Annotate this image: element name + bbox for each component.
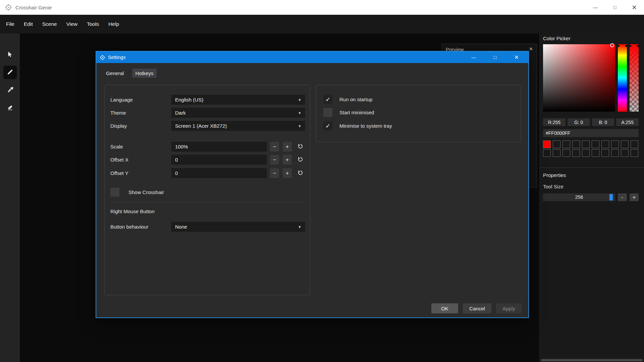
hue-slider[interactable] xyxy=(618,44,627,112)
offset-y-decrease-button[interactable]: − xyxy=(270,168,279,178)
menu-file[interactable]: File xyxy=(1,15,19,34)
color-swatch[interactable] xyxy=(572,140,580,148)
start-minimised-checkbox[interactable] xyxy=(323,108,332,117)
color-swatch[interactable] xyxy=(631,149,638,157)
scale-input[interactable] xyxy=(171,142,267,152)
red-value: R:255 xyxy=(543,118,566,126)
sidebar: Color Picker R:255 G: 0 B: 0 A:255 #FF00… xyxy=(539,34,644,362)
settings-dialog-icon xyxy=(100,55,105,60)
color-swatch[interactable] xyxy=(553,140,560,148)
chevron-down-icon: ▼ xyxy=(298,98,302,102)
color-swatch[interactable] xyxy=(553,149,560,157)
color-swatch[interactable] xyxy=(582,149,590,157)
apply-button[interactable]: Apply xyxy=(496,303,522,313)
tool-size-label: Tool Size xyxy=(543,184,564,189)
window-close-button[interactable]: × xyxy=(625,0,644,15)
color-swatch[interactable] xyxy=(543,149,551,157)
tab-hotkeys[interactable]: Hotkeys xyxy=(132,69,156,78)
offset-x-reset-button[interactable] xyxy=(296,155,305,165)
rgba-values: R:255 G: 0 B: 0 A:255 xyxy=(543,118,639,126)
color-swatch[interactable] xyxy=(631,140,638,148)
language-dropdown[interactable]: English (US) ▼ xyxy=(171,95,305,105)
tool-size-slider[interactable]: 256 xyxy=(543,193,615,201)
cancel-button[interactable]: Cancel xyxy=(463,303,491,313)
scale-label: Scale xyxy=(110,142,123,152)
dialog-minimize-button[interactable]: — xyxy=(464,52,483,63)
offset-y-input[interactable] xyxy=(171,168,267,178)
run-on-startup-checkbox[interactable]: ✓ xyxy=(323,95,332,104)
alpha-marker-left-icon xyxy=(630,45,632,47)
color-swatch[interactable] xyxy=(611,149,619,157)
tab-general[interactable]: General xyxy=(103,69,127,78)
color-swatch[interactable] xyxy=(611,140,619,148)
tool-palette xyxy=(0,34,20,362)
color-swatch[interactable] xyxy=(592,140,599,148)
run-on-startup-row[interactable]: ✓ Run on startup xyxy=(323,95,372,104)
show-crosshair-checkbox[interactable] xyxy=(110,188,119,197)
chevron-down-icon: ▼ xyxy=(298,111,302,115)
color-swatch[interactable] xyxy=(601,140,609,148)
blue-value: B: 0 xyxy=(592,118,614,126)
eyedropper-tool-button[interactable] xyxy=(3,83,17,97)
hue-marker-right-icon xyxy=(625,45,627,47)
chevron-down-icon: ▼ xyxy=(298,225,302,229)
offset-x-decrease-button[interactable]: − xyxy=(270,155,279,165)
display-dropdown[interactable]: Screen 1 (Acer XB272) ▼ xyxy=(171,121,305,131)
theme-dropdown[interactable]: Dark ▼ xyxy=(171,108,305,118)
menu-scene[interactable]: Scene xyxy=(38,15,62,34)
window-maximize-button[interactable]: □ xyxy=(605,0,625,15)
reset-icon xyxy=(297,143,304,150)
eraser-icon xyxy=(6,104,14,112)
tool-size-decrease-button[interactable]: - xyxy=(618,193,627,201)
color-swatch[interactable] xyxy=(572,149,580,157)
scale-reset-button[interactable] xyxy=(296,142,305,152)
tool-size-increase-button[interactable]: + xyxy=(630,193,639,201)
color-swatch[interactable] xyxy=(562,149,570,157)
display-value: Screen 1 (Acer XB272) xyxy=(175,123,227,129)
offset-x-increase-button[interactable]: + xyxy=(283,155,292,165)
menu-help[interactable]: Help xyxy=(104,15,124,34)
ok-button[interactable]: OK xyxy=(431,303,458,313)
saturation-value-square[interactable] xyxy=(543,44,615,112)
window-minimize-button[interactable]: — xyxy=(586,0,605,15)
color-swatch[interactable] xyxy=(592,149,599,157)
alpha-value: A:255 xyxy=(616,118,639,126)
offset-y-increase-button[interactable]: + xyxy=(283,168,292,178)
color-swatch[interactable] xyxy=(543,140,551,148)
dialog-close-button[interactable]: × xyxy=(507,52,526,63)
alpha-slider[interactable] xyxy=(630,44,639,112)
show-crosshair-row[interactable]: Show Crosshair xyxy=(110,188,164,197)
tool-size-slider-handle[interactable] xyxy=(609,194,613,200)
color-swatch[interactable] xyxy=(621,140,629,148)
menubar: File Edit Scene View Tools Help xyxy=(0,15,644,34)
color-swatch[interactable] xyxy=(621,149,629,157)
minimise-to-tray-checkbox[interactable]: ✓ xyxy=(323,121,332,130)
button-behaviour-dropdown[interactable]: None ▼ xyxy=(171,222,305,232)
horizontal-scrollbar[interactable] xyxy=(541,359,643,361)
settings-dialog-title: Settings xyxy=(108,55,125,60)
hex-color-field[interactable]: #FF0000FF xyxy=(543,129,639,137)
offset-x-input[interactable] xyxy=(171,155,267,165)
eraser-tool-button[interactable] xyxy=(3,101,17,115)
minimise-to-tray-row[interactable]: ✓ Minimise to system tray xyxy=(323,121,392,130)
pencil-tool-button[interactable] xyxy=(3,66,17,79)
display-label: Display xyxy=(110,121,127,131)
menu-edit[interactable]: Edit xyxy=(19,15,38,34)
sv-cursor-icon[interactable] xyxy=(610,43,614,47)
sidebar-divider xyxy=(540,168,644,168)
offset-y-reset-button[interactable] xyxy=(296,168,305,178)
start-minimised-row[interactable]: Start minimised xyxy=(323,108,374,117)
select-tool-button[interactable] xyxy=(3,48,17,61)
color-swatch[interactable] xyxy=(562,140,570,148)
form-divider xyxy=(110,202,304,202)
scale-increase-button[interactable]: + xyxy=(283,142,292,152)
scale-decrease-button[interactable]: − xyxy=(270,142,279,152)
dialog-maximize-button[interactable]: □ xyxy=(486,52,504,63)
reset-icon xyxy=(297,156,304,164)
menu-tools[interactable]: Tools xyxy=(82,15,104,34)
menu-view[interactable]: View xyxy=(62,15,82,34)
dialog-buttons: OK Cancel Apply xyxy=(431,303,522,313)
color-swatch[interactable] xyxy=(601,149,609,157)
color-swatch[interactable] xyxy=(582,140,590,148)
properties-title: Properties xyxy=(543,172,566,178)
